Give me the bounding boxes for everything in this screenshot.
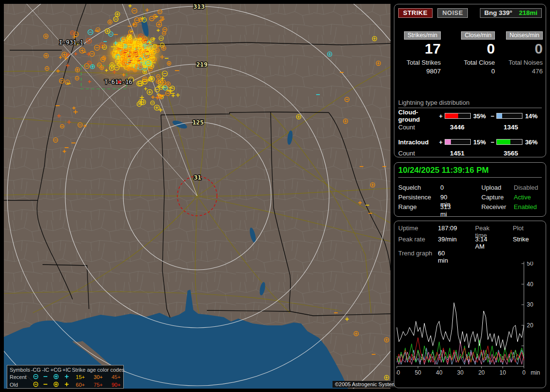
capture-label: Capture: [481, 194, 504, 201]
range-value: 313 mi: [440, 203, 451, 218]
legend-age-code: 15+: [72, 373, 89, 381]
cg-negative-bar: [496, 113, 522, 119]
noises-per-min-button[interactable]: Noises/min: [506, 31, 543, 40]
intracloud-count-row: Count 1451 3565: [398, 150, 415, 157]
peak-rate-label: Peak rate: [398, 236, 437, 243]
trend-chart: 504030206050403020100min: [396, 262, 544, 388]
svg-text:60: 60: [396, 369, 400, 376]
noise-button[interactable]: NOISE: [437, 8, 468, 18]
cloud-ground-count-row: Count 3446 1345: [398, 124, 415, 131]
ic-negative-pct: 36%: [524, 139, 542, 146]
symbol-legend: Symbols-CG-IC+CG+ICStrike age color code…: [7, 365, 124, 389]
total-close-value: 0: [441, 68, 495, 75]
legend-p-symbol: [62, 373, 71, 381]
range-label: Range: [398, 203, 439, 210]
noises-per-min-value: 0: [495, 41, 543, 57]
peak-rate-value: 39/min: [438, 236, 457, 243]
legend-col-header: +CG: [50, 366, 62, 373]
status-panel: 10/24/2025 11:39:16 PM Squelch 0 Upload …: [394, 162, 546, 217]
legend-row-label: Recent: [9, 373, 30, 381]
bearing-value: Bng 339°: [484, 9, 512, 16]
ic-positive-pct: 15%: [472, 139, 490, 146]
persistence-label: Persistence: [398, 194, 439, 201]
nexstorm-app: { "colors":{"land":"#6c6057","water":"#1…: [0, 0, 550, 392]
legend-col-header: +IC: [62, 366, 71, 373]
datetime-display: 10/24/2025 11:39:16 PM: [398, 166, 542, 178]
legend-col-header: -CG: [30, 366, 41, 373]
legend-p-symbol: [62, 381, 71, 389]
svg-text:50: 50: [527, 262, 534, 267]
strikes-per-min-value: 17: [398, 41, 441, 57]
legend-col-header: -IC: [41, 366, 50, 373]
total-close-label: Total Close: [441, 59, 495, 66]
plus-sign: +: [438, 112, 444, 120]
cg-negative-count: 1345: [504, 124, 518, 131]
svg-text:40: 40: [527, 281, 534, 288]
svg-text:313: 313: [193, 4, 204, 10]
minus-sign: −: [490, 139, 495, 146]
svg-text:31: 31: [194, 174, 202, 181]
cg-negative-pct: 14%: [524, 112, 542, 120]
svg-text:40: 40: [436, 369, 443, 376]
map-canvas[interactable]: 31321912531I-931-1T-611-16: [4, 4, 391, 389]
plot-label: Plot: [513, 224, 523, 232]
svg-text:30: 30: [527, 301, 534, 308]
ic-positive-count: 1451: [450, 150, 464, 157]
cloud-ground-label: Cloud-ground: [398, 109, 438, 123]
svg-text:30: 30: [457, 369, 464, 376]
legend-cgp-symbol: [50, 381, 62, 389]
trend-panel: Uptime 187:09 Peak time Plot Peak rate 3…: [394, 221, 546, 388]
squelch-value: 0: [440, 184, 444, 191]
peak-time-value: 3:14 AM: [475, 236, 487, 250]
svg-text:219: 219: [196, 61, 207, 68]
legend-row-label: Old: [9, 381, 30, 389]
count-label: Count: [398, 124, 415, 131]
svg-text:10: 10: [499, 369, 506, 376]
ic-positive-bar: [445, 139, 471, 145]
intracloud-label: Intracloud: [398, 139, 438, 146]
total-strikes-label: Total Strikes: [398, 59, 441, 66]
legend-cgm-symbol: [30, 373, 41, 381]
legend-age-code: 45+: [107, 373, 125, 381]
upload-status: Disabled: [514, 184, 538, 191]
trend-graph-label: Trend graph: [398, 250, 437, 257]
bearing-range: 218mi: [519, 9, 537, 16]
svg-text:20: 20: [527, 322, 534, 329]
ic-negative-bar: [496, 139, 522, 145]
svg-text:min: min: [531, 369, 540, 376]
svg-text:125: 125: [192, 119, 203, 126]
uptime-value: 187:09: [438, 224, 457, 232]
strike-button[interactable]: STRIKE: [398, 8, 433, 18]
legend-cgm-symbol: [30, 381, 41, 389]
plus-sign: +: [438, 139, 444, 146]
legend-age-code: 60+: [72, 381, 89, 389]
legend-symbols-header: Symbols: [9, 366, 30, 373]
svg-text:0: 0: [522, 369, 526, 376]
legend-age-header: Strike age color codes: [72, 366, 125, 373]
legend-age-code: 75+: [89, 381, 107, 389]
total-noises-value: 476: [495, 68, 543, 75]
receiver-status: Enabled: [514, 203, 537, 210]
cloud-ground-row: Cloud-ground + 35% − 14%: [398, 112, 542, 119]
svg-text:I-931-1: I-931-1: [59, 39, 84, 46]
bearing-readout: Bng 339° 218mi: [480, 8, 542, 18]
squelch-label: Squelch: [398, 184, 439, 191]
legend-m-symbol: [41, 381, 50, 389]
close-per-min-value: 0: [441, 41, 495, 57]
cg-positive-bar: [445, 113, 471, 119]
strikes-per-min-button[interactable]: Strikes/min: [404, 31, 441, 40]
close-per-min-button[interactable]: Close/min: [461, 31, 495, 40]
uptime-label: Uptime: [398, 224, 437, 232]
svg-text:20: 20: [478, 369, 485, 376]
ic-negative-count: 3565: [504, 150, 518, 157]
strike-panel: STRIKE NOISE Bng 339° 218mi Strikes/min …: [394, 4, 546, 157]
distribution-title: Lightning type distribution: [398, 99, 542, 108]
total-noises-label: Total Noises: [495, 59, 543, 66]
legend-cgp-symbol: [50, 373, 62, 381]
minus-sign: −: [490, 112, 495, 120]
cg-positive-count: 3446: [450, 124, 464, 131]
copyright-text: ©2005 Astrogenic Systems: [333, 381, 401, 388]
cg-positive-pct: 35%: [472, 112, 490, 120]
intracloud-row: Intracloud + 15% − 36%: [398, 139, 542, 145]
legend-m-symbol: [41, 373, 50, 381]
